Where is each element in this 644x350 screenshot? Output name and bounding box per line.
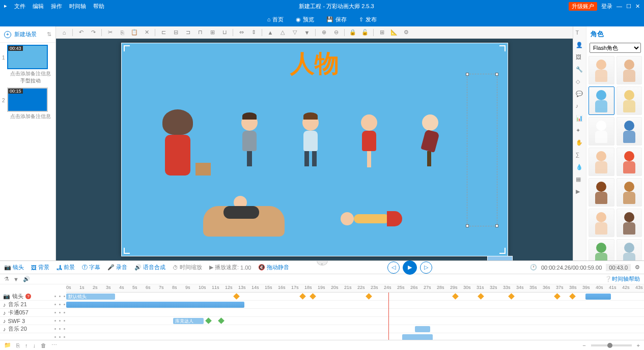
zoom-timeline-out-icon[interactable]: − bbox=[582, 342, 585, 348]
formula-tool-icon[interactable]: ∑ bbox=[576, 152, 584, 160]
playhead[interactable] bbox=[388, 293, 389, 340]
sort-icon[interactable]: ⇅ bbox=[47, 31, 51, 38]
layer-front-icon[interactable]: ▲ bbox=[266, 28, 274, 37]
tl-camera-button[interactable]: 📷镜头 bbox=[4, 264, 24, 271]
character-type-select[interactable]: Flash角色 bbox=[590, 43, 641, 53]
preview-button[interactable]: ◉预览 bbox=[291, 14, 319, 25]
align-left-icon[interactable]: ⊏ bbox=[159, 28, 167, 37]
character-thumb-1[interactable] bbox=[617, 56, 642, 84]
dist-v-icon[interactable]: ⇕ bbox=[249, 28, 258, 37]
video-tool-icon[interactable]: ▶ bbox=[576, 188, 584, 196]
tl-tts-button[interactable]: 🔊语音合成 bbox=[134, 264, 165, 271]
upgrade-button[interactable]: 升级账户 bbox=[569, 2, 597, 11]
character-thumb-6[interactable] bbox=[589, 148, 614, 176]
character-thumb-3[interactable] bbox=[617, 86, 642, 115]
grid-icon[interactable]: ⊞ bbox=[378, 28, 386, 37]
menu-timeline[interactable]: 时间轴 bbox=[69, 3, 86, 10]
stage[interactable]: 人物 bbox=[121, 43, 508, 256]
swf-tool-icon[interactable]: ▦ bbox=[576, 176, 584, 184]
copy2-icon[interactable]: ⎘ bbox=[16, 342, 20, 348]
login-button[interactable]: 登录 bbox=[601, 3, 612, 10]
stage-title-text[interactable]: 人物 bbox=[122, 43, 508, 80]
toolbar-home-icon[interactable]: ⌂ bbox=[60, 28, 68, 37]
close-icon[interactable]: ✕ bbox=[635, 3, 640, 10]
cut-icon[interactable]: ✂ bbox=[106, 28, 114, 37]
character-thumb-8[interactable] bbox=[589, 178, 614, 207]
tl-bg-button[interactable]: 🖼背景 bbox=[31, 264, 49, 271]
character-thumb-12[interactable] bbox=[589, 239, 614, 260]
filter2-icon[interactable]: ▼ bbox=[13, 276, 19, 282]
shape-tool-icon[interactable]: ◇ bbox=[576, 78, 584, 86]
keyframe[interactable] bbox=[310, 293, 316, 300]
layer-up-icon[interactable]: △ bbox=[278, 28, 287, 37]
track-5[interactable] bbox=[0, 333, 644, 340]
sound-toggle-icon[interactable]: 🔊 bbox=[23, 276, 30, 282]
scene-thumb-2[interactable]: 200:15点击添加备注信息✎⎘⊞✕ bbox=[2, 88, 53, 120]
character-thumb-2[interactable] bbox=[589, 86, 614, 115]
track-1[interactable]: ♪音乐 21 bbox=[0, 301, 644, 309]
clip[interactable]: 库克达人 bbox=[173, 318, 204, 324]
hand-tool-icon[interactable]: ✋ bbox=[576, 139, 584, 148]
tl-timescale-button[interactable]: ⏱时间缩放 bbox=[173, 264, 202, 271]
effect-tool-icon[interactable]: ✦ bbox=[576, 127, 584, 135]
character-thumb-5[interactable] bbox=[617, 117, 642, 145]
track-0[interactable]: 📷镜头?默认镜头 bbox=[0, 293, 644, 301]
character-bull[interactable] bbox=[162, 109, 193, 176]
character-thumb-0[interactable] bbox=[589, 56, 614, 84]
prev-frame-button[interactable]: ◁ bbox=[387, 261, 400, 274]
selection-box[interactable] bbox=[467, 74, 497, 226]
character-thumb-10[interactable] bbox=[589, 209, 614, 237]
zoom-slider[interactable] bbox=[591, 344, 632, 346]
character-tool-icon[interactable]: 👤 bbox=[576, 42, 584, 50]
tl-record-button[interactable]: 🎤录音 bbox=[107, 264, 127, 271]
marker-time[interactable]: 00:43.0 bbox=[606, 264, 631, 271]
keyframe[interactable] bbox=[554, 293, 561, 300]
clip[interactable] bbox=[415, 326, 430, 332]
ruler-icon[interactable]: 📐 bbox=[390, 28, 398, 37]
layer-back-icon[interactable]: ▼ bbox=[303, 28, 311, 37]
props-tool-icon[interactable]: 🔧 bbox=[576, 66, 584, 74]
keyframe[interactable] bbox=[218, 317, 225, 324]
menu-help[interactable]: 帮助 bbox=[93, 3, 104, 10]
image-tool-icon[interactable]: 🖼 bbox=[576, 54, 584, 62]
keyframe[interactable] bbox=[205, 317, 212, 324]
minimap[interactable] bbox=[487, 256, 513, 260]
play-button[interactable]: ▶ bbox=[403, 260, 417, 275]
align-bottom-icon[interactable]: ⊔ bbox=[220, 28, 229, 37]
more-icon[interactable]: ⋯ bbox=[51, 342, 57, 348]
filter-icon[interactable]: ⚗ bbox=[4, 276, 9, 282]
time-settings-icon[interactable]: ⚙ bbox=[635, 264, 640, 271]
callout-tool-icon[interactable]: 💬 bbox=[576, 91, 584, 99]
up-icon[interactable]: ↑ bbox=[25, 342, 28, 348]
tl-mute-button[interactable]: 🔇拖动静音 bbox=[258, 264, 289, 271]
paste-icon[interactable]: 📋 bbox=[130, 28, 138, 37]
undo-icon[interactable]: ↶ bbox=[77, 28, 85, 37]
timeline-help-link[interactable]: ❔时间轴帮助 bbox=[605, 275, 640, 283]
redo-icon[interactable]: ↷ bbox=[89, 28, 97, 37]
keyframe[interactable] bbox=[508, 293, 515, 300]
keyframe[interactable] bbox=[452, 293, 459, 300]
unlock-icon[interactable]: 🔓 bbox=[361, 28, 369, 37]
chart-tool-icon[interactable]: 📊 bbox=[576, 115, 584, 123]
dist-h-icon[interactable]: ⇔ bbox=[237, 28, 245, 37]
tl-fg-button[interactable]: 🏞前景 bbox=[57, 264, 75, 271]
down-icon[interactable]: ↓ bbox=[33, 342, 36, 348]
menu-ops[interactable]: 操作 bbox=[51, 3, 62, 10]
character-thumb-9[interactable] bbox=[617, 178, 642, 207]
folder-icon[interactable]: 📁 bbox=[4, 342, 11, 348]
new-scene-button[interactable]: + 新建场景 ⇅ bbox=[0, 26, 55, 43]
character-woman1[interactable] bbox=[361, 114, 377, 167]
music-tool-icon[interactable]: ♪ bbox=[576, 103, 584, 111]
align-top-icon[interactable]: ⊓ bbox=[196, 28, 204, 37]
tl-subtitle-button[interactable]: Ⓣ字幕 bbox=[82, 264, 100, 271]
character-thumb-11[interactable] bbox=[617, 209, 642, 237]
delete-icon[interactable]: ✕ bbox=[143, 28, 151, 37]
align-center-icon[interactable]: ⊟ bbox=[172, 28, 180, 37]
particle-tool-icon[interactable]: 💧 bbox=[576, 164, 584, 172]
character-thumb-7[interactable] bbox=[617, 148, 642, 176]
timeline-ruler[interactable]: 0s1s2s3s4s5s6s7s8s9s10s11s12s13s14s15s16… bbox=[66, 284, 644, 293]
zoom-timeline-in-icon[interactable]: + bbox=[637, 342, 640, 348]
clip[interactable] bbox=[402, 334, 433, 340]
character-oldman[interactable] bbox=[422, 114, 438, 166]
save-button[interactable]: 💾保存 bbox=[321, 14, 352, 25]
